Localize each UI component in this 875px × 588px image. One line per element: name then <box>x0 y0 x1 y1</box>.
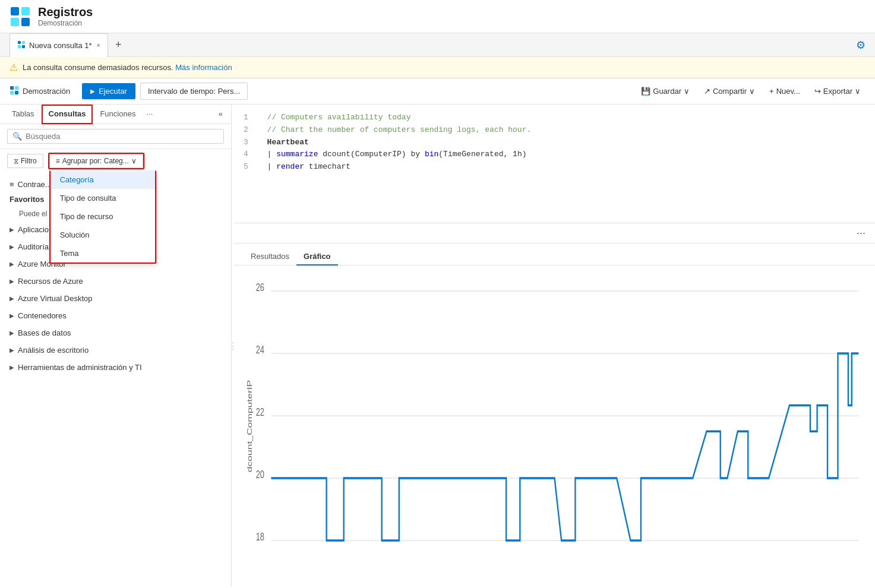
svg-rect-0 <box>11 7 19 15</box>
group-by-button[interactable]: ≡ Agrupar por: Categ... ∨ <box>49 154 143 168</box>
line-num-5: 5 <box>244 161 258 173</box>
code-line-4: 4 | summarize dcount(ComputerIP) by bin(… <box>244 148 865 161</box>
filter-icon: ⧖ <box>14 157 18 165</box>
time-range-button[interactable]: Intervalo de tiempo: Pers... <box>140 83 248 100</box>
sidebar-arrow-7: ▶ <box>10 347 14 353</box>
save-icon: 💾 <box>641 87 650 96</box>
sidebar-section-label-3: Recursos de Azure <box>18 277 83 286</box>
toolbar: Demostración ▶ Ejecutar Intervalo de tie… <box>0 78 875 105</box>
code-comment-1: // Computers availability today <box>258 112 410 124</box>
code-editor[interactable]: 1 // Computers availability today 2 // C… <box>234 105 875 223</box>
sidebar-section-label-5: Contenedores <box>18 311 67 320</box>
sidebar-search: 🔍 <box>0 124 231 149</box>
dropdown-item-tipo-consulta[interactable]: Tipo de consulta <box>50 189 155 207</box>
dropdown-item-tipo-recurso[interactable]: Tipo de recurso <box>50 207 155 226</box>
new-button[interactable]: + Nuev... <box>765 84 805 98</box>
sidebar-section-header-6[interactable]: ▶ Bases de datos <box>7 325 224 341</box>
code-comment-2: // Chart the number of computers sending… <box>258 124 531 137</box>
export-button[interactable]: ↪ Exportar ∨ <box>810 84 865 98</box>
svg-text:18: 18 <box>256 530 264 542</box>
search-icon: 🔍 <box>12 132 22 141</box>
sidebar-arrow-8: ▶ <box>10 364 14 371</box>
sidebar-section-7: ▶ Análisis de escritorio <box>7 342 224 358</box>
scope-name: Demostración <box>23 87 70 96</box>
line-num-2: 2 <box>244 124 258 137</box>
results-tab-grafico[interactable]: Gráfico <box>296 248 338 265</box>
sidebar-section-header-8[interactable]: ▶ Herramientas de administración y TI <box>7 359 224 375</box>
results-tabs: Resultados Gráfico <box>234 244 875 265</box>
sidebar-arrow-5: ▶ <box>10 312 14 319</box>
settings-icon[interactable]: ⚙ <box>856 39 865 52</box>
sidebar-section-5: ▶ Contenedores <box>7 308 224 324</box>
share-button[interactable]: ↗ Compartir ∨ <box>699 84 760 98</box>
sidebar-section-header-4[interactable]: ▶ Azure Virtual Desktop <box>7 290 224 306</box>
dropdown-item-categoria[interactable]: Categoría <box>50 170 155 189</box>
svg-text:dcount_ComputerIP: dcount_ComputerIP <box>246 380 254 473</box>
sidebar-arrow-4: ▶ <box>10 295 14 302</box>
tab-close-button[interactable]: × <box>97 42 100 49</box>
svg-rect-10 <box>10 91 14 94</box>
code-line-2: 2 // Chart the number of computers sendi… <box>244 124 865 137</box>
filter-button[interactable]: ⧖ Filtro <box>7 154 43 168</box>
sidebar: Tablas Consultas Funciones ··· « 🔍 ⧖ Fil… <box>0 105 232 587</box>
chart-svg: 26 24 22 20 18 dcount_ComputerIP <box>244 270 865 582</box>
tab-icon <box>17 40 26 50</box>
sidebar-tab-consultas[interactable]: Consultas <box>42 105 93 124</box>
execute-label: Ejecutar <box>99 87 127 96</box>
sidebar-collapse-button[interactable]: « <box>215 105 226 124</box>
share-icon: ↗ <box>704 87 710 96</box>
svg-text:20: 20 <box>256 467 264 480</box>
save-button[interactable]: 💾 Guardar ∨ <box>636 84 694 98</box>
editor-area: 1 // Computers availability today 2 // C… <box>234 105 875 587</box>
search-input[interactable] <box>26 132 219 141</box>
play-icon: ▶ <box>90 88 95 94</box>
more-options-button[interactable]: ··· <box>857 227 865 239</box>
sidebar-arrow-3: ▶ <box>10 278 14 284</box>
sidebar-section-label-6: Bases de datos <box>18 328 71 337</box>
export-icon: ↪ <box>814 87 821 96</box>
share-chevron: ∨ <box>749 87 755 96</box>
chart-toolbar: ··· <box>234 223 875 244</box>
results-tab-resultados[interactable]: Resultados <box>244 248 296 265</box>
code-text-5: | render timechart <box>258 161 350 173</box>
main-layout: Tablas Consultas Funciones ··· « 🔍 ⧖ Fil… <box>0 105 875 587</box>
svg-rect-5 <box>22 41 25 44</box>
sidebar-arrow-1: ▶ <box>10 244 14 250</box>
app-header: Registros Demostración <box>0 0 875 33</box>
sidebar-tab-funciones[interactable]: Funciones <box>93 105 143 124</box>
group-dropdown-menu: Categoría Tipo de consulta Tipo de recur… <box>49 170 156 264</box>
sidebar-section-header-5[interactable]: ▶ Contenedores <box>7 308 224 324</box>
warning-text: La consulta consume demasiados recursos. <box>23 63 173 72</box>
sidebar-section-header-3[interactable]: ▶ Recursos de Azure <box>7 273 224 289</box>
sidebar-section-8: ▶ Herramientas de administración y TI <box>7 359 224 375</box>
sidebar-filter: ⧖ Filtro ≡ Agrupar por: Categ... ∨ Categ… <box>0 149 231 173</box>
sidebar-more-button[interactable]: ··· <box>143 105 156 124</box>
app-title-block: Registros Demostración <box>38 5 93 27</box>
tab-corner: ⚙ <box>856 39 865 52</box>
line-num-3: 3 <box>244 137 258 149</box>
svg-rect-6 <box>18 45 21 48</box>
group-list-icon: ≡ <box>56 157 60 165</box>
warning-icon: ⚠ <box>10 62 18 73</box>
svg-rect-8 <box>10 86 14 90</box>
tab-add-button[interactable]: + <box>110 36 127 53</box>
tab-nueva-consulta[interactable]: Nueva consulta 1* × <box>10 33 108 57</box>
sidebar-section-label-4: Azure Virtual Desktop <box>18 294 93 303</box>
code-text-4: | summarize dcount(ComputerIP) by bin(Ti… <box>258 148 527 161</box>
svg-text:24: 24 <box>256 343 264 355</box>
sidebar-section-4: ▶ Azure Virtual Desktop <box>7 290 224 306</box>
dropdown-item-solucion[interactable]: Solución <box>50 226 155 244</box>
group-chevron: ∨ <box>131 157 137 165</box>
warning-link[interactable]: Más información <box>175 63 232 72</box>
code-line-5: 5 | render timechart <box>244 161 865 173</box>
sidebar-tab-tablas[interactable]: Tablas <box>5 105 42 124</box>
svg-rect-1 <box>21 7 30 15</box>
contrae-label: Contrae... <box>18 180 52 189</box>
sidebar-section-header-7[interactable]: ▶ Análisis de escritorio <box>7 342 224 358</box>
group-dropdown-container: ≡ Agrupar por: Categ... ∨ Categoría Tipo… <box>48 153 144 169</box>
dropdown-item-tema[interactable]: Tema <box>50 244 155 263</box>
scope-label: Demostración <box>10 86 70 97</box>
execute-button[interactable]: ▶ Ejecutar <box>82 83 135 99</box>
search-box[interactable]: 🔍 <box>7 129 224 144</box>
code-line-3: 3 Heartbeat <box>244 137 865 149</box>
